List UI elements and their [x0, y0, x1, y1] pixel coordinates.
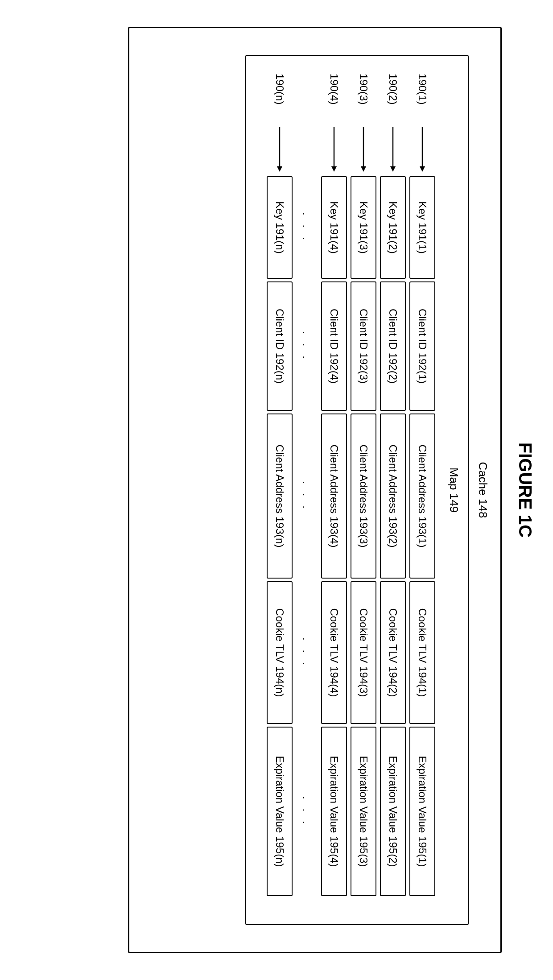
row-label: 190(1) — [416, 74, 429, 123]
row-label: 190(3) — [357, 74, 370, 123]
cache-label: Cache 148 — [476, 55, 490, 925]
svg-marker-1 — [420, 166, 425, 172]
cell-ellipsis: . . . — [296, 176, 318, 279]
map-row: 190(n) Key 191(n) Client ID 192(n) Clien… — [266, 74, 293, 906]
map-row: 190(3) Key 191(3) Client ID 192(3) Clien… — [350, 74, 377, 906]
cell-client-address: Client Address 193(n) — [267, 414, 293, 579]
cell-expiration: Expiration Value 195(4) — [321, 727, 347, 896]
cell-cookie-tlv: Cookie TLV 194(1) — [409, 581, 435, 724]
cell-expiration: Expiration Value 195(3) — [351, 727, 376, 896]
cell-client-address: Client Address 193(2) — [380, 414, 406, 579]
arrow-icon — [390, 123, 396, 176]
cell-ellipsis: . . . — [296, 727, 318, 896]
map-box: Map 149 190(1) Key 191(1) Client ID 192(… — [245, 55, 469, 925]
cell-key: Key 191(3) — [351, 176, 376, 279]
row-label: 190(2) — [387, 74, 399, 123]
cell-expiration: Expiration Value 195(n) — [267, 727, 293, 896]
cell-cookie-tlv: Cookie TLV 194(2) — [380, 581, 406, 724]
cell-ellipsis: . . . — [296, 281, 318, 411]
cache-box: Cache 148 Map 149 190(1) Key 191(1) Clie… — [128, 27, 502, 953]
cell-client-id: Client ID 192(3) — [351, 281, 376, 411]
cell-client-id: Client ID 192(2) — [380, 281, 406, 411]
svg-marker-5 — [361, 166, 366, 172]
map-row: 190(1) Key 191(1) Client ID 192(1) Clien… — [409, 74, 436, 906]
cell-client-address: Client Address 193(1) — [409, 414, 435, 579]
cell-cookie-tlv: Cookie TLV 194(3) — [351, 581, 376, 724]
cell-ellipsis: . . . — [296, 414, 318, 579]
cell-key: Key 191(2) — [380, 176, 406, 279]
row-label: 190(4) — [328, 74, 340, 123]
cell-ellipsis: . . . — [296, 581, 318, 724]
cell-client-id: Client ID 192(4) — [321, 281, 347, 411]
cell-client-id: Client ID 192(n) — [267, 281, 293, 411]
cell-key: Key 191(n) — [267, 176, 293, 279]
cell-client-id: Client ID 192(1) — [409, 281, 435, 411]
arrow-icon — [277, 123, 282, 176]
cell-key: Key 191(4) — [321, 176, 347, 279]
map-row: 190(2) Key 191(2) Client ID 192(2) Clien… — [379, 74, 407, 906]
svg-marker-7 — [331, 166, 337, 172]
cell-client-address: Client Address 193(3) — [351, 414, 376, 579]
cell-client-address: Client Address 193(4) — [321, 414, 347, 579]
arrow-icon — [331, 123, 337, 176]
cell-cookie-tlv: Cookie TLV 194(4) — [321, 581, 347, 724]
cell-key: Key 191(1) — [409, 176, 435, 279]
svg-marker-3 — [390, 166, 396, 172]
map-row-ellipsis: . . . . . . . . . . . . . . . — [295, 74, 318, 906]
figure-title: FIGURE 1C — [515, 27, 535, 953]
map-label: Map 149 — [447, 74, 461, 906]
arrow-icon — [420, 123, 425, 176]
row-label: 190(n) — [273, 74, 286, 123]
svg-marker-9 — [277, 166, 282, 172]
cell-expiration: Expiration Value 195(2) — [380, 727, 406, 896]
cell-cookie-tlv: Cookie TLV 194(n) — [267, 581, 293, 724]
map-row: 190(4) Key 191(4) Client ID 192(4) Clien… — [320, 74, 348, 906]
arrow-icon — [361, 123, 366, 176]
cell-expiration: Expiration Value 195(1) — [409, 727, 435, 896]
